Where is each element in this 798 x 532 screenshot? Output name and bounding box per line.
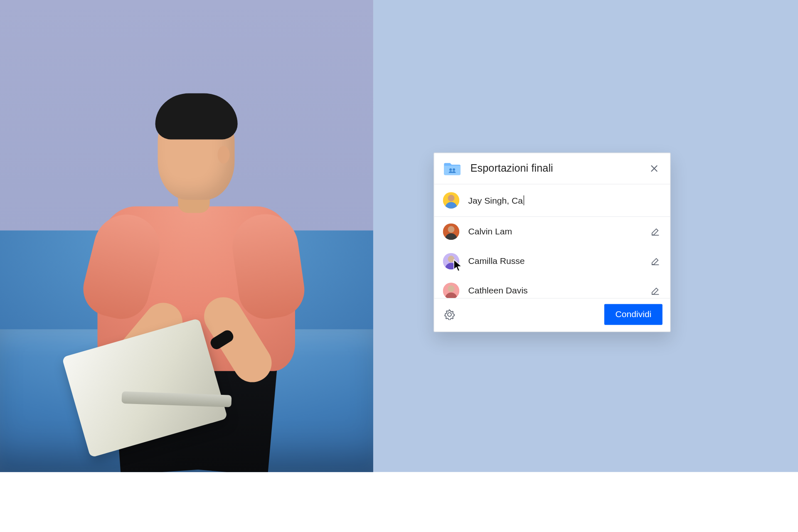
svg-point-1 bbox=[453, 168, 455, 171]
dialog-title: Esportazioni finali bbox=[470, 163, 640, 175]
text-caret bbox=[523, 195, 524, 205]
suggestion-row[interactable]: Calvin Lam bbox=[434, 217, 670, 246]
suggestion-name: Cathleen Davis bbox=[468, 286, 641, 296]
avatar bbox=[443, 253, 460, 270]
suggestion-name: Camilla Russe bbox=[468, 256, 641, 266]
dialog-footer: Condividi bbox=[434, 298, 670, 332]
share-input-row[interactable]: Jay Singh, Ca bbox=[434, 185, 670, 217]
lifestyle-photo bbox=[0, 0, 373, 472]
settings-button[interactable] bbox=[442, 307, 457, 322]
pencil-icon[interactable] bbox=[650, 227, 660, 236]
svg-point-0 bbox=[449, 168, 452, 171]
suggestion-name: Calvin Lam bbox=[468, 227, 641, 236]
pencil-icon[interactable] bbox=[650, 256, 660, 266]
suggestions-list: Calvin Lam Camilla Russe bbox=[434, 217, 670, 298]
share-dialog: Esportazioni finali Jay Singh, Ca bbox=[433, 153, 670, 332]
ui-panel: Esportazioni finali Jay Singh, Ca bbox=[373, 0, 798, 472]
share-recipients-input[interactable]: Jay Singh, Ca bbox=[468, 195, 660, 205]
avatar bbox=[443, 283, 460, 298]
avatar bbox=[443, 192, 460, 209]
photo-person bbox=[49, 44, 335, 472]
avatar bbox=[443, 223, 460, 240]
share-button[interactable]: Condividi bbox=[604, 304, 663, 325]
close-button[interactable] bbox=[648, 163, 660, 175]
shared-folder-icon bbox=[443, 161, 462, 176]
share-input-value: Jay Singh, Ca bbox=[468, 196, 523, 205]
close-icon bbox=[650, 164, 658, 173]
dialog-header: Esportazioni finali bbox=[434, 153, 670, 184]
gear-icon bbox=[444, 309, 455, 320]
suggestion-row[interactable]: Cathleen Davis bbox=[434, 276, 670, 298]
pencil-icon[interactable] bbox=[650, 286, 660, 296]
suggestion-row[interactable]: Camilla Russe bbox=[434, 246, 670, 276]
image-canvas: Esportazioni finali Jay Singh, Ca bbox=[0, 0, 798, 472]
